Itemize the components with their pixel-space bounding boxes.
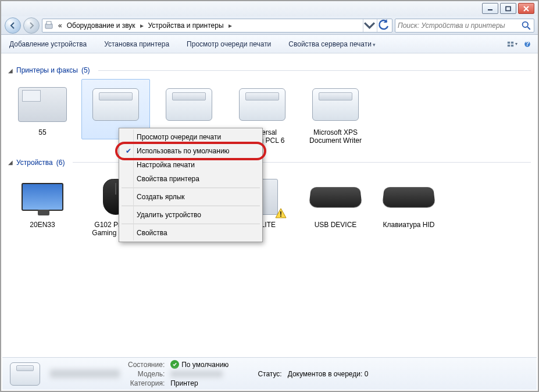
cmd-add-device[interactable]: Добавление устройства <box>6 38 90 51</box>
breadcrumb-chevrons: « <box>56 21 64 30</box>
group-devices-title: Устройства <box>16 159 53 167</box>
printers-items: 55 UniversalPrinting PCL 6 Microsoft XPS… <box>2 77 537 154</box>
view-options-button[interactable]: ▾ <box>506 39 518 49</box>
cmd-view-queue[interactable]: Просмотр очереди печати <box>183 38 274 51</box>
details-status-value: Документов в очереди: 0 <box>288 370 369 378</box>
nav-back-button[interactable] <box>5 17 21 34</box>
svg-point-4 <box>523 21 528 27</box>
details-pane: Состояние: По умолчанию Модель: Категори… <box>2 357 537 390</box>
context-menu: Просмотр очереди печати ✔ Использовать п… <box>119 128 263 242</box>
svg-rect-7 <box>511 41 513 43</box>
ctx-print-prefs[interactable]: Настройка печати <box>120 158 261 172</box>
command-bar: Добавление устройства Установка принтера… <box>1 35 538 53</box>
details-title-blurred <box>50 369 120 378</box>
devices-printers-icon <box>45 21 55 30</box>
check-circle-icon <box>170 360 179 369</box>
printer-icon <box>166 88 212 121</box>
content-area: ◢ Принтеры и факсы (5) 55 UniversalPrint… <box>2 62 537 357</box>
details-status-key: Статус: <box>258 370 281 378</box>
svg-rect-1 <box>506 6 511 10</box>
device-item-hid-keyboard[interactable]: Клавиатура HID <box>374 171 443 232</box>
device-label: USB DEVICE <box>315 221 357 229</box>
search-input[interactable] <box>398 21 521 30</box>
breadcrumb-arrow-1[interactable]: ▸ <box>138 21 145 30</box>
monitor-icon <box>22 183 63 211</box>
printer-label: 55 <box>38 128 46 136</box>
device-label: 20EN33 <box>30 221 55 229</box>
checkmark-icon: ✔ <box>124 146 133 156</box>
details-model-key: Модель: <box>128 370 165 378</box>
details-model-value-blurred <box>170 371 223 377</box>
explorer-window: « Оборудование и звук ▸ Устройства и при… <box>0 0 539 392</box>
cmd-server-properties[interactable]: Свойства сервера печати <box>285 38 379 51</box>
collapse-icon: ◢ <box>8 67 13 74</box>
details-category-key: Категория: <box>128 379 165 387</box>
svg-rect-9 <box>511 44 513 46</box>
breadcrumb-seg-devices-printers[interactable]: Устройства и принтеры <box>147 21 226 30</box>
printer-item-55[interactable]: 55 <box>8 79 77 139</box>
window-control-row <box>1 1 538 16</box>
ctx-create-shortcut[interactable]: Создать ярлык <box>120 190 261 204</box>
ctx-set-default[interactable]: ✔ Использовать по умолчанию <box>120 144 261 158</box>
details-state-key: Состояние: <box>128 361 165 369</box>
breadcrumb-arrow-2[interactable]: ▸ <box>227 21 234 30</box>
maximize-button[interactable] <box>500 3 516 14</box>
nav-forward-button[interactable] <box>23 17 40 34</box>
svg-rect-8 <box>508 44 510 46</box>
printer-icon <box>312 88 359 121</box>
search-icon[interactable] <box>521 20 531 31</box>
printer-item-xps-writer[interactable]: Microsoft XPSDocument Writer <box>301 79 370 148</box>
svg-rect-6 <box>508 41 510 43</box>
details-thumbnail <box>8 361 42 387</box>
warning-icon: ! <box>275 208 287 218</box>
refresh-button[interactable] <box>377 19 390 32</box>
collapse-icon: ◢ <box>8 159 13 166</box>
device-label: Клавиатура HID <box>383 221 435 229</box>
ctx-remove-device[interactable]: Удалить устройство <box>120 208 261 222</box>
device-item-usb-keyboard[interactable]: USB DEVICE <box>301 171 370 232</box>
printer-label: Microsoft XPSDocument Writer <box>309 128 362 145</box>
device-item-monitor[interactable]: 20EN33 <box>8 171 77 232</box>
details-state-value: По умолчанию <box>170 360 229 369</box>
help-button[interactable]: ? <box>522 39 533 49</box>
ctx-printer-props[interactable]: Свойства принтера <box>120 172 261 186</box>
search-box[interactable] <box>395 19 534 33</box>
svg-line-5 <box>527 27 530 30</box>
devices-items: 20EN33 G102 ProdigyGaming Mouse HID-совм… <box>2 169 537 246</box>
group-printers-count: (5) <box>81 66 90 74</box>
breadcrumb-dropdown-button[interactable] <box>363 19 376 32</box>
ctx-view-queue[interactable]: Просмотр очереди печати <box>120 130 261 144</box>
svg-rect-3 <box>47 21 51 24</box>
minimize-button[interactable] <box>482 3 498 14</box>
details-category-value: Принтер <box>170 379 229 387</box>
breadcrumb-seg-hardware-sound[interactable]: Оборудование и звук <box>65 21 137 30</box>
ctx-properties[interactable]: Свойства <box>120 226 261 240</box>
printer-icon <box>239 88 285 121</box>
printer-icon <box>92 88 139 121</box>
address-bar: « Оборудование и звук ▸ Устройства и при… <box>1 16 538 35</box>
fax-printer-icon <box>18 87 67 122</box>
svg-text:!: ! <box>280 210 282 218</box>
cmd-add-printer[interactable]: Установка принтера <box>101 38 173 51</box>
svg-text:?: ? <box>526 41 529 47</box>
keyboard-icon <box>382 187 436 207</box>
close-button[interactable] <box>518 3 534 14</box>
keyboard-icon <box>309 187 362 207</box>
group-printers-faxes-header[interactable]: ◢ Принтеры и факсы (5) <box>2 62 537 77</box>
breadcrumb[interactable]: « Оборудование и звук ▸ Устройства и при… <box>42 19 392 33</box>
group-devices-count: (6) <box>56 159 65 167</box>
group-printers-title: Принтеры и факсы <box>16 66 78 74</box>
group-devices-header[interactable]: ◢ Устройства (6) <box>2 154 537 169</box>
